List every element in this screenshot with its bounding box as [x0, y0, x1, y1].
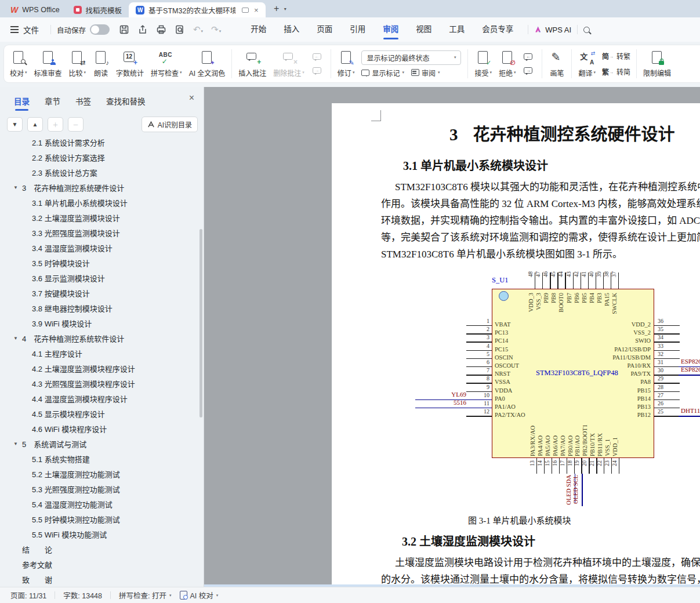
separate-window-icon[interactable] [242, 8, 249, 13]
print-preview-icon[interactable] [175, 24, 185, 35]
previous-item-button[interactable]: ← [311, 52, 325, 62]
toc-item[interactable]: 5.5 WiFi 模块功能测试 [0, 526, 200, 542]
expand-all-button[interactable]: ▲ [27, 117, 43, 132]
word-count-indicator[interactable]: 字数: 13448 [63, 590, 102, 601]
close-tab-icon[interactable]: × [254, 6, 259, 14]
menu-tab-视图[interactable]: 视图 [407, 17, 440, 42]
toc-item[interactable]: ▼5 系统调试与测试 [0, 436, 200, 451]
tab-document[interactable]: W 基于STM32的农业大棚环境监 × [129, 2, 266, 17]
toc-item[interactable]: 5.3 光照强度测控功能测试 [0, 481, 200, 496]
插入批注-button[interactable]: +插入批注 [235, 47, 270, 81]
sidebar-tab-目录[interactable]: 目录 [14, 95, 30, 107]
拼写检查-button[interactable]: ABC✓拼写检查▾ [147, 47, 186, 81]
toc-item[interactable]: 4.3 光照强度监测模块程序设计 [0, 376, 200, 391]
previous-item-button[interactable]: ← [522, 52, 536, 62]
export-icon[interactable] [137, 24, 148, 35]
new-tab-caret-icon[interactable]: ▾ [284, 6, 286, 12]
toc-item[interactable]: 4.4 温湿度监测模块程序设计 [0, 391, 200, 406]
search-icon[interactable] [583, 27, 590, 33]
menu-tab-开始[interactable]: 开始 [242, 17, 275, 42]
toc-item[interactable]: 结 论 [0, 542, 200, 557]
spellcheck-status[interactable]: 拼写检查: 打开 ▾ [119, 590, 171, 601]
修订-button[interactable]: ✎修订▾ [334, 47, 358, 81]
校对-button[interactable]: 校对▾ [6, 47, 31, 81]
toc-item[interactable]: ▼3 花卉种植测控系统硬件设计 [0, 180, 200, 195]
markup-state-dropdown[interactable]: 显示标记的最终状态▾ [361, 50, 461, 65]
sidebar-tab-查找和替换[interactable]: 查找和替换 [106, 95, 146, 107]
collapse-arrow-icon[interactable]: ▼ [13, 185, 18, 190]
next-item-button[interactable]: → [311, 66, 325, 76]
toc-item[interactable]: 3.1 单片机最小系统模块设计 [0, 195, 200, 210]
toc-item[interactable]: 4.6 WiFi 模块程序设计 [0, 421, 200, 436]
显示标记-button[interactable]: 显示标记▾ [361, 68, 404, 78]
拒绝-button[interactable]: ∅拒绝▾ [495, 47, 520, 81]
toc-item[interactable]: 5.2 土壤湿度测控功能测试 [0, 466, 200, 481]
hamburger-menu-icon[interactable] [10, 29, 19, 30]
menu-tab-工具[interactable]: 工具 [440, 17, 473, 42]
toc-item[interactable]: 5.1 系统实物搭建 [0, 451, 200, 466]
sidebar-tab-章节[interactable]: 章节 [45, 95, 60, 107]
new-tab-button[interactable]: + [270, 2, 283, 15]
toc-item[interactable]: 3.6 显示监测模块设计 [0, 270, 200, 285]
接受-button[interactable]: ✓接受▾ [471, 47, 495, 81]
document-area[interactable]: 3花卉种植测控系统硬件设计 3.1 单片机最小系统模块设计 STM32F103C… [204, 87, 700, 587]
file-menu[interactable]: 文件 [23, 24, 39, 35]
toc-item[interactable]: 2.3 系统设计总方案 [0, 165, 200, 180]
toc-item[interactable]: 2.2 系统设计方案选择 [0, 150, 200, 165]
print-icon[interactable] [156, 24, 166, 35]
转繁-button[interactable]: 简转繁 [602, 49, 630, 63]
toc-item[interactable]: 4.2 土壤湿度监测模块程序设计 [0, 361, 200, 376]
menu-tab-插入[interactable]: 插入 [275, 17, 308, 42]
tab-docer[interactable]: 找稻壳模板 [67, 2, 129, 17]
close-panel-icon[interactable]: × [189, 93, 194, 103]
toc-item[interactable]: 致 谢 [0, 572, 200, 586]
限制编辑-button[interactable]: 限制编辑 [640, 47, 674, 81]
redo-icon[interactable]: ↷▾ [211, 24, 221, 35]
toc-item[interactable]: 2.1 系统设计需求分析 [0, 138, 200, 150]
collapse-all-button[interactable]: ▼ [7, 117, 23, 132]
toc-item[interactable]: 3.5 时钟模块设计 [0, 255, 200, 270]
menu-tab-引用[interactable]: 引用 [341, 17, 374, 42]
AI 全文润色-button[interactable]: ✦AI 全文润色 [186, 47, 229, 81]
toc-item[interactable]: 3.7 按键模块设计 [0, 285, 200, 300]
toc-item[interactable]: 4.1 主程序设计 [0, 346, 200, 361]
转简-button[interactable]: 繁转简 [602, 65, 630, 78]
sidebar-scrollbar[interactable] [200, 229, 202, 417]
menu-tab-审阅[interactable]: 审阅 [374, 17, 407, 42]
ai-recognize-toc-button[interactable]: AI识别目录 [142, 117, 198, 132]
menu-tab-页面[interactable]: 页面 [308, 17, 341, 42]
toc-item[interactable]: 3.4 温湿度监测模块设计 [0, 240, 200, 255]
朗读-button[interactable]: ♪朗读 [89, 47, 113, 81]
toc-item-label: 4.4 温湿度监测模块程序设计 [32, 393, 128, 404]
zoom-out-button[interactable]: － [68, 117, 84, 132]
next-item-button[interactable]: → [522, 66, 536, 76]
autosave-toggle[interactable] [90, 24, 110, 35]
menu-tab-会员专享[interactable]: 会员专享 [473, 17, 522, 42]
标准审查-button[interactable]: 标准审查 [31, 47, 66, 81]
tab-wps-office[interactable]: W WPS Office [3, 2, 67, 17]
字数统计-button[interactable]: 12+字数统计 [113, 47, 147, 81]
zoom-in-button[interactable]: ＋ [48, 117, 63, 132]
undo-icon[interactable]: ↶▾ [193, 24, 203, 35]
collapse-arrow-icon[interactable]: ▼ [13, 441, 18, 446]
toc-item[interactable]: 3.2 土壤湿度监测模块设计 [0, 210, 200, 225]
toc-item[interactable]: 3.9 WiFi 模块设计 [0, 315, 200, 330]
wps-ai-button[interactable]: WPS AI [534, 26, 571, 34]
toc-item[interactable]: ▼4 花卉种植测控系统软件设计 [0, 330, 200, 346]
toc-item[interactable]: 5.4 温湿度测控功能测试 [0, 496, 200, 511]
翻译-button[interactable]: 文A⇄翻译▾ [575, 47, 599, 81]
toc-item[interactable]: 参考文献 [0, 557, 200, 572]
toc-item[interactable]: 4.5 显示模块程序设计 [0, 406, 200, 421]
比较-button[interactable]: ⇄比较▾ [66, 47, 90, 81]
toc-item[interactable]: 3.3 光照强度监测模块设计 [0, 225, 200, 240]
save-icon[interactable] [119, 24, 129, 35]
toc-item[interactable]: 3.8 继电器控制模块设计 [0, 300, 200, 315]
审阅-button[interactable]: 审阅▾ [411, 68, 440, 78]
删除批注-button[interactable]: ×删除批注▾ [270, 47, 308, 81]
collapse-arrow-icon[interactable]: ▼ [13, 336, 18, 341]
画笔-button[interactable]: ✎画笔 [545, 47, 568, 81]
sidebar-tab-书签[interactable]: 书签 [75, 95, 91, 107]
ai-proofread-button[interactable]: AI 校对 ▾ [180, 590, 219, 601]
toc-item[interactable]: 5.5 时钟模块测控功能测试 [0, 511, 200, 526]
page-indicator[interactable]: 页面: 11/31 [10, 590, 46, 601]
